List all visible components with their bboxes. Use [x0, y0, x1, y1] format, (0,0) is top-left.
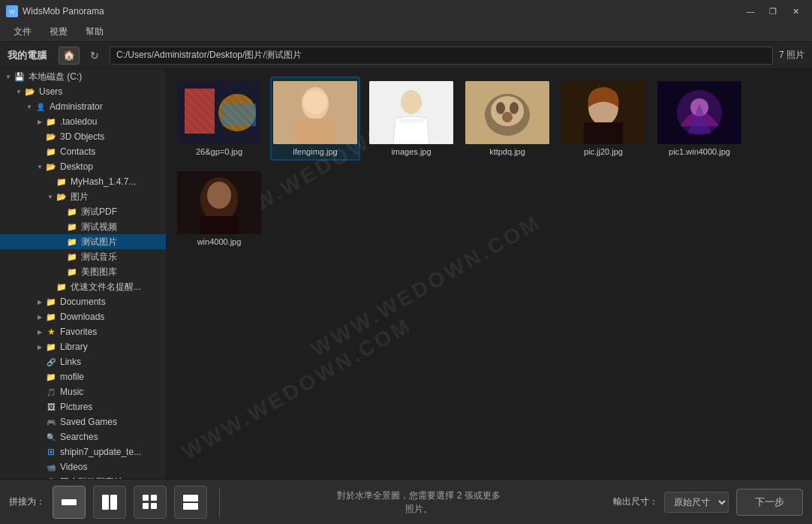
file-item[interactable]: pic.jj20.jpg — [558, 77, 648, 161]
svg-rect-10 — [399, 119, 423, 123]
home-button[interactable]: 🏠 — [59, 47, 80, 65]
sidebar-item-myhash[interactable]: MyHash_1.4.7... — [0, 174, 166, 189]
file-thumbnail — [561, 81, 645, 144]
file-item[interactable]: 26&gp=0.jpg — [174, 77, 264, 161]
restore-button[interactable]: ❐ — [762, 4, 783, 19]
sidebar-item-contacts[interactable]: Contacts — [0, 144, 166, 159]
sidebar-label: 3D Objects — [60, 131, 104, 142]
sidebar-label: Documents — [60, 297, 106, 307]
sidebar-item-ceshivideo[interactable]: 测试视频 — [0, 219, 166, 234]
sidebar-item-emoji[interactable]: 萌小甜动图字帖 — [0, 474, 166, 479]
svg-point-25 — [207, 182, 231, 209]
next-button[interactable]: 下一步 — [736, 489, 803, 516]
sidebar-label: Favorites — [60, 327, 97, 337]
tree-arrow — [24, 101, 35, 112]
sidebar-item-ceshimusic[interactable]: 测试音乐 — [0, 249, 166, 264]
tree-arrow — [35, 342, 45, 352]
sidebar-item-ceshipdf[interactable]: 测试PDF — [0, 204, 166, 219]
svg-point-9 — [401, 90, 422, 114]
file-item[interactable]: images.jpg — [366, 77, 456, 161]
file-item[interactable]: win4000.jpg — [174, 167, 264, 251]
file-name: 26&gp=0.jpg — [179, 147, 260, 156]
file-item[interactable]: kttpdq.jpg — [462, 77, 552, 161]
file-item[interactable]: pic1.win4000.jpg — [654, 77, 744, 161]
sidebar-item-searches[interactable]: Searches — [0, 429, 166, 444]
sidebar-label: Contacts — [60, 146, 95, 157]
folder-icon — [45, 146, 57, 158]
sidebar-item-ceshitupian[interactable]: 测试图片 — [0, 234, 166, 249]
stitch-mode-1-button[interactable] — [53, 486, 86, 519]
sidebar-item-savedgames[interactable]: Saved Games — [0, 414, 166, 429]
path-bar[interactable]: C:/Users/Administrator/Desktop/图片/测试图片 — [110, 47, 773, 65]
sidebar-label: Searches — [60, 432, 98, 442]
menu-help[interactable]: 幫助 — [78, 23, 111, 41]
separator — [219, 487, 220, 517]
sidebar-item-links[interactable]: Links — [0, 354, 166, 369]
file-item[interactable]: ifengimg.jpg — [270, 77, 360, 161]
sidebar-item-shipin[interactable]: shipin7_update_te... — [0, 444, 166, 459]
minimize-button[interactable]: — — [740, 4, 761, 19]
file-thumbnail — [369, 81, 453, 144]
sidebar-item-yousu[interactable]: 优速文件名提醒... — [0, 279, 166, 294]
menu-bar: 文件 視覺 幫助 — [0, 23, 812, 42]
path-text: C:/Users/Administrator/Desktop/图片/测试图片 — [116, 49, 302, 62]
sidebar-item-local-disk[interactable]: 本地磁盘 (C:) — [0, 69, 166, 84]
sidebar-item-favorites[interactable]: ★ Favorites — [0, 324, 166, 339]
svg-rect-3 — [222, 104, 256, 126]
svg-rect-29 — [110, 495, 117, 510]
file-grid: WWW.WEDOWN.COM WWW.WEDOWN.COM WWW.WEDOWN… — [167, 69, 812, 479]
menu-view[interactable]: 視覺 — [42, 23, 75, 41]
hint-line1: 對於水準全景圖，您需要選擇 2 張或更多 — [232, 489, 606, 502]
output-section: 輸出尺寸： 原始尺寸 — [613, 492, 729, 513]
sidebar-label: Downloads — [60, 312, 104, 322]
folder-open-icon — [24, 86, 36, 98]
file-name: pic1.win4000.jpg — [659, 147, 740, 156]
title-bar-controls: — ❐ ✕ — [740, 4, 806, 19]
sidebar-item-downloads[interactable]: Downloads — [0, 309, 166, 324]
sidebar-label: .taoledou — [60, 116, 97, 127]
folder-icon — [45, 116, 57, 128]
sidebar-label: MyHash_1.4.7... — [71, 176, 136, 187]
tree-arrow — [14, 86, 24, 97]
sidebar-item-meitupic[interactable]: 美图图库 — [0, 264, 166, 279]
file-name: kttpdq.jpg — [467, 147, 548, 156]
sidebar-item-users[interactable]: Users — [0, 84, 166, 99]
sidebar-item-tupian[interactable]: 图片 — [0, 189, 166, 204]
music-icon — [45, 386, 57, 398]
sidebar-item-3d-objects[interactable]: 3D Objects — [0, 129, 166, 144]
my-computer-label: 我的電腦 — [8, 49, 53, 62]
sidebar-label: Administrator — [50, 101, 103, 112]
sidebar-item-desktop[interactable]: Desktop — [0, 159, 166, 174]
stitch-mode-3-button[interactable] — [134, 486, 167, 519]
menu-file[interactable]: 文件 — [6, 23, 39, 41]
stitch-label: 拼接为： — [9, 495, 45, 508]
svg-rect-27 — [62, 499, 77, 505]
file-name: ifengimg.jpg — [275, 147, 356, 156]
svg-rect-19 — [584, 122, 623, 144]
svg-rect-26 — [200, 216, 239, 234]
folder-icon — [66, 266, 78, 278]
sidebar-label: mofile — [60, 372, 84, 382]
sidebar-item-music[interactable]: Music — [0, 384, 166, 399]
sidebar-item-mofile[interactable]: mofile — [0, 369, 166, 384]
sidebar-item-taoledou[interactable]: .taoledou — [0, 114, 166, 129]
sidebar-item-administrator[interactable]: Administrator — [0, 99, 166, 114]
sidebar-label: Videos — [60, 462, 87, 472]
file-name: images.jpg — [371, 147, 452, 156]
close-button[interactable]: ✕ — [785, 4, 806, 19]
svg-point-16 — [502, 112, 513, 122]
sidebar-item-documents[interactable]: Documents — [0, 294, 166, 309]
refresh-button[interactable]: ↻ — [86, 47, 104, 65]
sidebar-label: Library — [60, 342, 88, 352]
stitch-mode-2-button[interactable] — [93, 486, 126, 519]
folder-icon — [66, 251, 78, 263]
output-size-select[interactable]: 原始尺寸 — [664, 492, 729, 513]
folder-icon — [66, 236, 78, 248]
tree-arrow — [35, 116, 45, 127]
sidebar-item-videos[interactable]: Videos — [0, 459, 166, 474]
sidebar-item-library[interactable]: Library — [0, 339, 166, 354]
stitch-mode-4-button[interactable] — [174, 486, 207, 519]
sidebar-item-pictures[interactable]: Pictures — [0, 399, 166, 414]
file-name: win4000.jpg — [179, 237, 260, 246]
video-icon — [45, 461, 57, 473]
